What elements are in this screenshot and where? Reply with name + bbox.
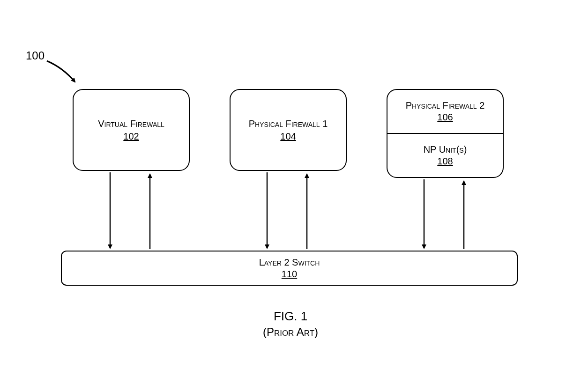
- box-physical-firewall-2: Physical Firewall 2 106: [387, 90, 503, 134]
- box-physical-firewall-2-npunits: Physical Firewall 2 106 NP Unit(s) 108: [387, 89, 504, 178]
- box-title: Physical Firewall 1: [249, 118, 328, 129]
- box-title: Layer 2 Switch: [259, 257, 320, 268]
- figure-sublabel: (Prior Art): [0, 325, 581, 339]
- box-ref: 102: [123, 131, 139, 142]
- box-ref: 110: [282, 269, 297, 280]
- figure-reference-number: 100: [26, 49, 45, 62]
- box-ref: 104: [280, 131, 296, 142]
- box-np-units: NP Unit(s) 108: [387, 134, 503, 177]
- box-ref: 106: [437, 112, 453, 123]
- box-title: Physical Firewall 2: [406, 100, 485, 111]
- ref-arrow-icon: [47, 61, 75, 82]
- box-title: NP Unit(s): [424, 144, 467, 155]
- box-title: Virtual Firewall: [98, 118, 164, 129]
- box-physical-firewall-1: Physical Firewall 1 104: [230, 89, 347, 171]
- diagram-canvas: 100 Virtual Firewall 102 Physical Firewa…: [0, 0, 581, 392]
- box-ref: 108: [437, 156, 453, 167]
- figure-label: FIG. 1: [0, 309, 581, 324]
- box-layer2-switch: Layer 2 Switch 110: [61, 251, 518, 286]
- box-virtual-firewall: Virtual Firewall 102: [73, 89, 190, 171]
